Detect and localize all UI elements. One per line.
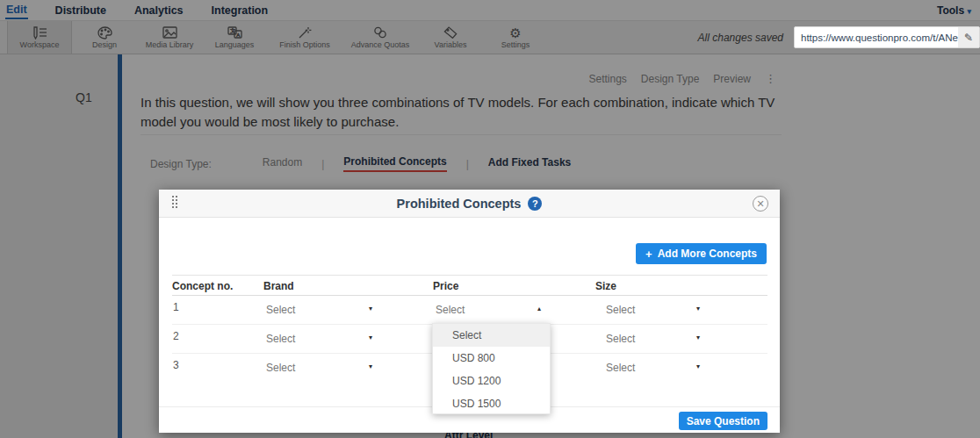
toolbar-item-settings[interactable]: ⚙ Settings xyxy=(483,21,548,54)
concept-number: 2 xyxy=(173,330,179,342)
price-dropdown-menu: Select USD 800 USD 1200 USD 1500 xyxy=(432,323,551,414)
question-design-type-link[interactable]: Design Type xyxy=(641,73,700,85)
drag-handle-icon[interactable] xyxy=(172,196,179,210)
image-icon xyxy=(162,25,177,39)
modal-title: Prohibited Concepts xyxy=(397,197,522,211)
save-status-text: All changes saved xyxy=(698,32,783,44)
size-select-row2[interactable]: Select xyxy=(606,333,635,345)
design-type-row: Design Type: Random | Prohibited Concept… xyxy=(150,155,590,172)
question-number-label: Q1 xyxy=(76,90,92,104)
divider xyxy=(141,134,782,135)
help-icon[interactable]: ? xyxy=(528,197,542,211)
table-row: 1 Select ▾ Select ▴ Select ▾ xyxy=(172,296,767,325)
menu-item-analytics[interactable]: Analytics xyxy=(133,3,184,18)
size-select-row1[interactable]: Select xyxy=(606,304,635,316)
price-select-row1[interactable]: Select xyxy=(436,304,465,316)
more-options-icon[interactable]: ⋮ xyxy=(765,72,776,85)
divider: | xyxy=(321,158,324,170)
size-select-row3[interactable]: Select xyxy=(606,362,635,374)
toolbar-item-design[interactable]: Design xyxy=(72,21,137,54)
brand-select-row1[interactable]: Select xyxy=(266,304,295,316)
dropdown-option-usd-1500[interactable]: USD 1500 xyxy=(433,392,550,415)
toolbar-item-advance-quotas[interactable]: Advance Quotas xyxy=(342,21,418,54)
toolbar-item-workspace[interactable]: Workspace xyxy=(7,21,72,54)
toolbar-item-variables[interactable]: Variables xyxy=(418,21,483,54)
toolbar-item-label: Settings xyxy=(501,40,530,49)
modal-header: Prohibited Concepts ? ✕ xyxy=(159,190,780,218)
brand-select-row3[interactable]: Select xyxy=(266,362,295,374)
column-header-price: Price xyxy=(433,280,458,292)
pencil-icon: ✎ xyxy=(964,32,973,44)
toolbar-item-languages[interactable]: 文A Languages xyxy=(202,21,267,54)
chain-links-icon xyxy=(372,25,388,39)
question-text[interactable]: In this question, we will show you three… xyxy=(141,93,782,132)
column-header-size: Size xyxy=(595,280,616,292)
gear-icon: ⚙ xyxy=(508,25,523,39)
concept-number: 1 xyxy=(173,301,179,313)
toolbar-item-label: Advance Quotas xyxy=(351,40,410,49)
chevron-down-icon[interactable]: ▾ xyxy=(369,305,372,312)
close-icon[interactable]: ✕ xyxy=(753,196,768,212)
chevron-down-icon[interactable]: ▾ xyxy=(696,305,700,312)
chevron-down-icon[interactable]: ▾ xyxy=(369,363,372,370)
chevron-up-icon[interactable]: ▴ xyxy=(537,305,541,312)
toolbar-item-label: Design xyxy=(92,40,117,49)
toolbar-item-label: Finish Options xyxy=(279,40,330,49)
svg-text:A: A xyxy=(236,32,240,38)
chevron-down-icon: ▾ xyxy=(967,7,971,16)
chevron-down-icon[interactable]: ▾ xyxy=(696,363,700,370)
menu-item-distribute[interactable]: Distribute xyxy=(54,3,107,18)
toolbar-item-label: Media Library xyxy=(146,40,194,49)
add-more-concepts-button[interactable]: + Add More Concepts xyxy=(636,243,767,264)
chevron-down-icon[interactable]: ▾ xyxy=(696,334,700,341)
workspace-icon xyxy=(32,25,47,39)
table-header-row: Concept no. Brand Price Size xyxy=(172,275,767,296)
toolbar-item-finish-options[interactable]: Finish Options xyxy=(267,21,342,54)
dropdown-option-select[interactable]: Select xyxy=(433,324,550,347)
question-card-actions: Settings Design Type Preview ⋮ xyxy=(588,72,776,85)
divider: | xyxy=(466,158,469,170)
column-header-concept-no: Concept no. xyxy=(172,280,233,292)
magic-wand-icon xyxy=(297,25,313,39)
tag-icon xyxy=(443,25,458,39)
plus-icon: + xyxy=(645,248,652,261)
toolbar-item-label: Languages xyxy=(215,40,255,49)
column-header-brand: Brand xyxy=(263,280,294,292)
toolbar-right-group: All changes saved https://www.questionpr… xyxy=(698,20,980,54)
toolbar-item-media-library[interactable]: Media Library xyxy=(137,21,202,54)
palette-icon xyxy=(97,25,112,39)
edit-url-button[interactable]: ✎ xyxy=(958,27,979,47)
question-list-panel xyxy=(0,54,118,438)
dropdown-option-usd-800[interactable]: USD 800 xyxy=(433,347,550,370)
design-option-random[interactable]: Random xyxy=(263,156,302,171)
svg-text:文: 文 xyxy=(230,27,235,33)
chevron-down-icon[interactable]: ▾ xyxy=(369,334,372,341)
survey-url-field[interactable]: https://www.questionpro.com/t/ANeFXZ ✎ xyxy=(794,26,980,48)
translate-icon: 文A xyxy=(227,25,242,39)
brand-select-row2[interactable]: Select xyxy=(266,333,295,345)
question-preview-link[interactable]: Preview xyxy=(713,73,751,85)
toolbar-item-label: Variables xyxy=(435,40,467,49)
app-window: Edit Distribute Analytics Integration To… xyxy=(0,0,980,438)
dropdown-option-usd-1200[interactable]: USD 1200 xyxy=(433,370,550,392)
prohibited-concepts-modal: Prohibited Concepts ? ✕ + Add More Conce… xyxy=(159,190,780,433)
toolbar-item-label: Workspace xyxy=(20,40,60,49)
concept-number: 3 xyxy=(173,359,179,371)
design-type-label: Design Type: xyxy=(150,158,212,170)
survey-url-value[interactable]: https://www.questionpro.com/t/ANeFXZ xyxy=(795,32,958,43)
menu-item-edit[interactable]: Edit xyxy=(5,2,28,19)
tools-menu[interactable]: Tools ▾ xyxy=(937,4,971,17)
save-question-button[interactable]: Save Question xyxy=(679,412,767,430)
question-settings-link[interactable]: Settings xyxy=(588,73,626,85)
menu-item-integration[interactable]: Integration xyxy=(211,3,270,18)
design-option-prohibited-concepts[interactable]: Prohibited Concepts xyxy=(343,155,446,172)
design-option-add-fixed-tasks[interactable]: Add Fixed Tasks xyxy=(488,156,571,171)
menu-bar: Edit Distribute Analytics Integration To… xyxy=(0,0,980,20)
